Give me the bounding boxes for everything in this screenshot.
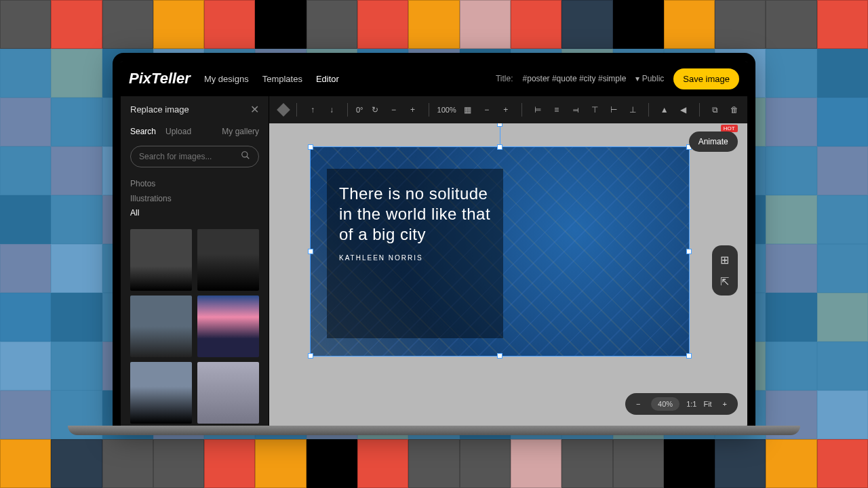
zoom-scale[interactable]: 1:1 [686, 400, 696, 408]
export-icon[interactable]: ⇱ [717, 274, 732, 289]
tab-upload[interactable]: Upload [165, 127, 191, 136]
minus-icon[interactable]: − [479, 102, 494, 117]
image-thumb[interactable] [197, 229, 259, 291]
main-area: Replace image ✕ Search Upload My gallery… [121, 96, 747, 427]
plus-icon[interactable]: + [406, 102, 420, 117]
laptop-base [68, 426, 800, 435]
image-grid [121, 225, 269, 427]
search-icon[interactable] [241, 150, 250, 163]
shape-icon[interactable] [277, 103, 290, 117]
add-layer-icon[interactable]: ⊞ [717, 252, 732, 267]
image-thumb[interactable] [130, 229, 192, 291]
sidebar-header: Replace image ✕ [121, 96, 269, 123]
quote-text[interactable]: There is no solitude in the world like t… [339, 184, 491, 245]
sidebar-tabs: Search Upload My gallery [121, 123, 269, 140]
resize-handle[interactable] [497, 353, 502, 359]
title-value[interactable]: #poster #quote #city #simple [523, 74, 627, 83]
delete-icon[interactable]: 🗑 [727, 102, 742, 117]
filter-all[interactable]: All [130, 206, 259, 221]
title-area: Title: #poster #quote #city #simple ▾ Pu… [496, 68, 739, 89]
tab-search[interactable]: Search [130, 127, 156, 136]
flip-v-icon[interactable]: ◀ [676, 102, 691, 117]
rotation-value[interactable]: 0° [356, 106, 363, 114]
image-thumb[interactable] [130, 362, 192, 424]
resize-handle[interactable] [497, 144, 502, 150]
rotate-line [500, 127, 500, 144]
design-object[interactable]: There is no solitude in the world like t… [310, 146, 690, 357]
nav-my-designs[interactable]: My designs [204, 74, 249, 84]
zoom-value[interactable]: 40% [651, 397, 679, 411]
layer-down-icon[interactable]: ↓ [324, 102, 339, 117]
sidebar: Replace image ✕ Search Upload My gallery… [121, 96, 269, 427]
align-bottom-icon[interactable]: ⊥ [625, 102, 640, 117]
align-top-icon[interactable]: ⊤ [587, 102, 602, 117]
close-icon[interactable]: ✕ [250, 103, 259, 116]
align-center-icon[interactable]: ≡ [549, 102, 564, 117]
nav-templates[interactable]: Templates [262, 74, 302, 84]
minus-icon[interactable]: − [387, 102, 401, 117]
resize-handle[interactable] [308, 249, 313, 254]
image-thumb[interactable] [197, 296, 259, 357]
side-tools: ⊞ ⇱ [712, 245, 738, 296]
resize-handle[interactable] [308, 353, 313, 359]
resize-handle[interactable] [686, 353, 692, 359]
laptop-frame: PixTeller My designs Templates Editor Ti… [113, 53, 755, 431]
zoom-fit-button[interactable]: Fit [703, 400, 711, 408]
visibility-dropdown[interactable]: ▾ Public [635, 74, 664, 83]
filter-photos[interactable]: Photos [130, 177, 259, 192]
tab-gallery[interactable]: My gallery [222, 127, 259, 136]
zoom-in-button[interactable]: + [719, 398, 731, 410]
toolbar: ↑ ↓ 0° ↻ − + 100% ▦ − + ⊨ ≡ ⫤ ⊤ ⊢ ⊥ ▲ ◀ … [269, 96, 747, 123]
search-box[interactable] [130, 146, 259, 167]
filter-illustrations[interactable]: Illustrations [130, 192, 259, 207]
canvas[interactable]: There is no solitude in the world like t… [269, 123, 747, 427]
align-right-icon[interactable]: ⫤ [568, 102, 583, 117]
align-middle-icon[interactable]: ⊢ [606, 102, 621, 117]
author-text[interactable]: KATHLEEN NORRIS [339, 254, 491, 262]
svg-line-1 [247, 157, 250, 159]
zoom-bar: − 40% 1:1 Fit + [625, 393, 738, 415]
search-input[interactable] [139, 152, 241, 161]
sidebar-title: Replace image [130, 104, 189, 115]
layer-up-icon[interactable]: ↑ [305, 102, 320, 117]
image-thumb[interactable] [130, 296, 192, 357]
rotate-handle[interactable] [497, 123, 502, 127]
plus-icon[interactable]: + [498, 102, 513, 117]
brand-logo[interactable]: PixTeller [129, 70, 191, 87]
main-nav: My designs Templates Editor [204, 74, 339, 84]
resize-handle[interactable] [308, 144, 313, 150]
nav-editor[interactable]: Editor [316, 74, 339, 84]
title-label: Title: [496, 74, 513, 83]
duplicate-icon[interactable]: ⧉ [708, 102, 723, 117]
animate-button[interactable]: Animate [689, 131, 738, 152]
top-bar: PixTeller My designs Templates Editor Ti… [121, 61, 747, 96]
flip-h-icon[interactable]: ▲ [657, 102, 672, 117]
zoom-out-button[interactable]: − [632, 398, 644, 410]
opacity-value[interactable]: 100% [437, 106, 456, 114]
canvas-area: ↑ ↓ 0° ↻ − + 100% ▦ − + ⊨ ≡ ⫤ ⊤ ⊢ ⊥ ▲ ◀ … [269, 96, 747, 427]
image-thumb[interactable] [197, 362, 259, 424]
opacity-icon[interactable]: ▦ [460, 102, 475, 117]
resize-handle[interactable] [686, 249, 692, 254]
filter-list: Photos Illustrations All [121, 173, 269, 225]
app-screen: PixTeller My designs Templates Editor Ti… [121, 61, 747, 427]
rotate-icon[interactable]: ↻ [368, 102, 382, 117]
align-left-icon[interactable]: ⊨ [530, 102, 545, 117]
text-overlay[interactable]: There is no solitude in the world like t… [327, 169, 503, 338]
save-button[interactable]: Save image [673, 68, 739, 89]
svg-point-0 [242, 152, 248, 157]
